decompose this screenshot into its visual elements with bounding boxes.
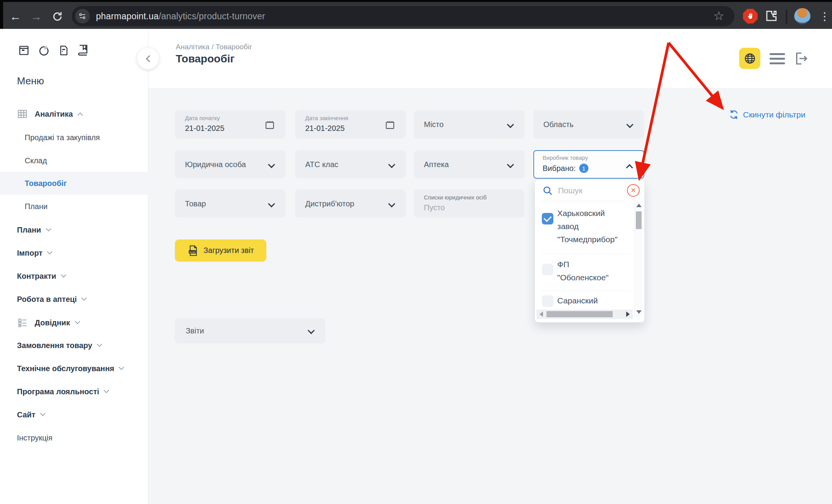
adblock-extension-icon[interactable] bbox=[743, 9, 758, 23]
browser-menu-icon[interactable]: ⋮ bbox=[817, 8, 832, 24]
hamburger-menu-icon[interactable] bbox=[770, 53, 785, 67]
vertical-scroll-thumb[interactable] bbox=[636, 211, 642, 229]
scroll-right-icon[interactable] bbox=[626, 311, 630, 317]
manufacturer-selected-text: Вибрано: bbox=[543, 164, 576, 173]
sidebar-collapse-button[interactable] bbox=[137, 48, 159, 69]
atc-class-label: АТС клас bbox=[305, 150, 338, 179]
city-select-label: Місто bbox=[424, 110, 444, 139]
sidebar-item-contracts[interactable]: Контракти bbox=[0, 265, 148, 288]
sidebar-item-turnover[interactable]: Товарообіг bbox=[0, 172, 148, 195]
main-content: Дата початку 21-01-2025 Дата закінчення … bbox=[148, 89, 832, 504]
sidebar-item-label: Програма лояльності bbox=[17, 387, 99, 396]
atc-class-select[interactable]: АТС клас bbox=[295, 150, 406, 178]
checkbox-checked[interactable] bbox=[542, 213, 553, 224]
sidebar-item-loyalty[interactable]: Програма лояльності bbox=[0, 380, 148, 403]
sidebar-item-directory[interactable]: Довідник bbox=[0, 311, 148, 334]
legal-lists-field[interactable]: Списки юридичних осіб Пусто bbox=[414, 189, 524, 218]
horizontal-scroll-thumb[interactable] bbox=[546, 311, 613, 317]
back-icon[interactable]: ← bbox=[8, 9, 23, 24]
checkbox-unchecked[interactable] bbox=[542, 264, 553, 275]
clear-search-icon[interactable] bbox=[627, 184, 640, 197]
chevron-left-icon bbox=[146, 55, 153, 62]
sidebar-item-plans[interactable]: Плани bbox=[0, 218, 148, 241]
site-info-icon[interactable] bbox=[75, 9, 90, 23]
distributor-label: Дистриб'ютор bbox=[305, 189, 354, 218]
sidebar-item-label: Довідник bbox=[35, 318, 70, 327]
scroll-down-icon[interactable] bbox=[636, 310, 642, 314]
checkbox-unchecked[interactable] bbox=[542, 295, 553, 307]
date-end-field[interactable]: Дата закінчення 21-01-2025 bbox=[295, 110, 406, 139]
grid-icon bbox=[17, 109, 35, 119]
calendar-icon[interactable] bbox=[385, 120, 395, 130]
language-button[interactable] bbox=[739, 48, 760, 69]
scroll-left-icon[interactable] bbox=[540, 311, 543, 317]
sidebar-item-maintenance[interactable]: Технічне обслуговування bbox=[0, 357, 148, 380]
profile-avatar[interactable] bbox=[794, 8, 810, 24]
calendar-icon[interactable] bbox=[265, 120, 275, 130]
date-end-value: 21-01-2025 bbox=[305, 124, 345, 133]
distributor-select[interactable]: Дистриб'ютор bbox=[295, 189, 406, 218]
reports-select[interactable]: Звіти bbox=[175, 318, 325, 343]
chevron-down-icon bbox=[61, 272, 66, 278]
url-text: pharmapoint.ua/analytics/product-turnove… bbox=[96, 11, 265, 22]
date-start-label: Дата початку bbox=[185, 115, 220, 121]
manufacturer-label: Виробник товару bbox=[543, 154, 588, 161]
date-start-field[interactable]: Дата початку 21-01-2025 bbox=[175, 110, 286, 139]
manufacturer-option-2[interactable]: ФП"Оболенское" bbox=[557, 258, 634, 284]
extensions-icon[interactable] bbox=[764, 9, 778, 25]
pharmacy-select[interactable]: Аптека bbox=[414, 150, 524, 178]
sidebar-item-instruction[interactable]: Інструкція bbox=[0, 426, 148, 449]
puzzle-icon bbox=[764, 9, 778, 23]
sidebar-item-label: Плани bbox=[25, 202, 47, 211]
city-select[interactable]: Місто bbox=[414, 110, 524, 139]
dropdown-search-row bbox=[535, 180, 644, 201]
search-input[interactable] bbox=[558, 184, 616, 198]
product-select[interactable]: Товар bbox=[175, 189, 286, 218]
sidebar-item-plans-sub[interactable]: Плани bbox=[0, 195, 148, 218]
sidebar-item-label: Продажі та закупівля bbox=[25, 133, 100, 142]
document-icon[interactable] bbox=[58, 44, 69, 57]
archive-icon[interactable] bbox=[18, 44, 30, 57]
sidebar-item-label: Плани bbox=[17, 226, 41, 234]
region-select[interactable]: Область bbox=[533, 110, 644, 139]
chevron-down-icon bbox=[388, 161, 395, 168]
list-icon bbox=[17, 317, 35, 328]
logout-icon[interactable] bbox=[793, 50, 809, 68]
reload-icon[interactable] bbox=[50, 9, 65, 24]
manufacturer-select-open[interactable]: Виробник товару Вибрано: 1 bbox=[533, 150, 644, 179]
sidebar-item-pharmacy-work[interactable]: Робота в аптеці bbox=[0, 288, 148, 311]
sidebar-item-analytics[interactable]: Аналітика bbox=[0, 102, 148, 126]
scroll-up-icon[interactable] bbox=[636, 204, 642, 207]
chevron-up-icon bbox=[77, 112, 83, 118]
chevron-down-icon bbox=[46, 226, 51, 231]
sidebar-item-warehouse[interactable]: Склад bbox=[0, 149, 148, 172]
manufacturer-option-1[interactable]: Харьковскийзавод"Точмедприбор" bbox=[557, 207, 634, 246]
address-bar[interactable]: pharmapoint.ua/analytics/product-turnove… bbox=[72, 6, 735, 26]
sidebar-item-goods-order[interactable]: Замовлення товару bbox=[0, 334, 148, 357]
bookmark-star-icon[interactable]: ☆ bbox=[713, 8, 724, 23]
chevron-down-icon bbox=[268, 161, 275, 168]
sidebar-item-label: Імпорт bbox=[17, 249, 42, 258]
reset-filters-link[interactable]: Скинути фільтри bbox=[729, 109, 805, 120]
sidebar-item-label: Інструкція bbox=[17, 434, 52, 442]
sidebar-item-label: Замовлення товару bbox=[17, 341, 92, 350]
region-select-label: Область bbox=[543, 110, 574, 139]
tune-icon bbox=[79, 12, 86, 20]
sidebar-item-site[interactable]: Сайт bbox=[0, 403, 148, 426]
legal-entity-label: Юридична особа bbox=[185, 150, 246, 179]
date-end-label: Дата закінчення bbox=[305, 115, 348, 121]
sidebar-item-sales[interactable]: Продажі та закупівля bbox=[0, 126, 148, 149]
legal-entity-select[interactable]: Юридична особа bbox=[175, 150, 286, 178]
reset-icon bbox=[729, 109, 739, 120]
vertical-scrollbar[interactable] bbox=[634, 201, 643, 317]
forward-icon[interactable]: → bbox=[29, 9, 44, 24]
chevron-down-icon bbox=[507, 121, 514, 128]
book-icon[interactable] bbox=[77, 44, 89, 57]
download-report-button[interactable]: XLSX Загрузити звіт bbox=[175, 239, 266, 261]
horizontal-scrollbar[interactable] bbox=[536, 310, 633, 319]
sidebar-item-import[interactable]: Імпорт bbox=[0, 241, 148, 265]
globe-icon bbox=[744, 52, 756, 65]
pie-chart-icon[interactable] bbox=[38, 44, 50, 57]
sidebar-item-label: Робота в аптеці bbox=[17, 295, 77, 304]
chevron-down-icon bbox=[388, 200, 395, 207]
